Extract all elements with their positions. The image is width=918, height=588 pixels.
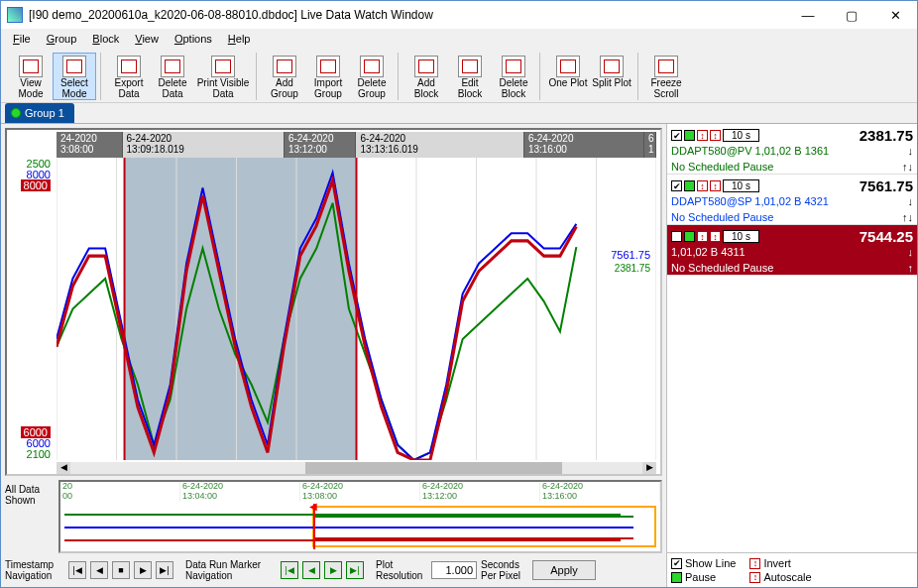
main-chart[interactable]: 24-20203:08:006-24-202013:09:18.0196-24-… bbox=[5, 128, 662, 476]
signal-pause-status: No Scheduled Pause bbox=[671, 211, 773, 223]
menu-view[interactable]: View bbox=[129, 32, 165, 46]
close-button[interactable]: ✕ bbox=[873, 1, 917, 29]
arrow-down-icon[interactable]: ↓ bbox=[908, 246, 914, 258]
chart-time-cell[interactable]: 61 bbox=[644, 132, 656, 158]
mk-next-button[interactable]: ▶ bbox=[324, 561, 342, 579]
pause-checkbox[interactable] bbox=[671, 572, 682, 583]
print-icon bbox=[211, 56, 235, 77]
ts-first-button[interactable]: |◀ bbox=[68, 561, 86, 579]
overview-chart[interactable]: 20006-24-202013:04:006-24-202013:08:006-… bbox=[58, 480, 662, 553]
app-icon bbox=[7, 7, 23, 23]
plot-res-unit: Seconds Per Pixel bbox=[481, 559, 528, 581]
signal-show-checkbox[interactable]: ✔ bbox=[671, 130, 682, 141]
signal-autoscale-checkbox[interactable]: ↕ bbox=[710, 130, 721, 141]
menu-block[interactable]: Block bbox=[86, 32, 125, 46]
marker-value-red: 7561.75 bbox=[611, 249, 650, 261]
mk-last-button[interactable]: ▶| bbox=[346, 561, 364, 579]
signal-show-checkbox[interactable]: ✔ bbox=[671, 231, 682, 242]
autoscale-label: Autoscale bbox=[763, 571, 811, 583]
print-button[interactable]: Print Visible Data bbox=[194, 53, 252, 100]
menu-file[interactable]: File bbox=[7, 32, 37, 46]
signal-pause-status: No Scheduled Pause bbox=[671, 262, 773, 274]
ts-next-button[interactable]: ▶ bbox=[134, 561, 152, 579]
signal-interval[interactable]: 10 s bbox=[723, 179, 759, 192]
signal-invert-checkbox[interactable]: ↕ bbox=[697, 180, 708, 191]
one-plot-button[interactable]: One Plot bbox=[546, 53, 590, 100]
scroll-thumb[interactable] bbox=[305, 462, 563, 474]
overview-marker[interactable]: ◀ bbox=[313, 504, 315, 549]
signal-row[interactable]: ✔↕↕10 s7561.75DDAPT580@SP 1,01,02 B 4321… bbox=[667, 175, 917, 225]
invert-label: Invert bbox=[763, 557, 791, 569]
edit-block-button[interactable]: Edit Block bbox=[448, 53, 492, 100]
signal-show-checkbox[interactable]: ✔ bbox=[671, 180, 682, 191]
menu-help[interactable]: Help bbox=[222, 32, 257, 46]
arrow-up-icon[interactable]: ↑ bbox=[908, 262, 914, 274]
minimize-button[interactable]: — bbox=[786, 1, 830, 29]
marker-value-green: 2381.75 bbox=[615, 263, 650, 274]
export-icon bbox=[117, 56, 141, 77]
delete-data-button[interactable]: Delete Data bbox=[151, 53, 194, 100]
signal-pause-checkbox[interactable] bbox=[684, 180, 695, 191]
signal-value: 2381.75 bbox=[860, 127, 913, 144]
chart-time-cell[interactable]: 6-24-202013:13:16.019 bbox=[356, 132, 523, 158]
view-mode-icon bbox=[19, 56, 43, 77]
chart-time-cell[interactable]: 6-24-202013:16:00 bbox=[524, 132, 644, 158]
signal-interval[interactable]: 10 s bbox=[723, 129, 759, 142]
signal-address: DDAPT580@SP 1,01,02 B 4321 bbox=[671, 195, 829, 207]
plot-res-input[interactable] bbox=[431, 561, 477, 579]
menu-options[interactable]: Options bbox=[169, 32, 218, 46]
signal-invert-checkbox[interactable]: ↕ bbox=[697, 231, 708, 242]
signal-row[interactable]: ✔↕↕10 s2381.75DDAPT580@PV 1,01,02 B 1361… bbox=[667, 124, 917, 175]
signal-invert-checkbox[interactable]: ↕ bbox=[697, 130, 708, 141]
import-group-button[interactable]: Import Group bbox=[306, 53, 350, 100]
chart-time-cell[interactable]: 6-24-202013:12:00 bbox=[285, 132, 357, 158]
arrow-up-icon[interactable]: ↑↓ bbox=[902, 211, 913, 223]
tab-group-1[interactable]: Group 1 bbox=[5, 103, 74, 123]
ts-stop-button[interactable]: ■ bbox=[112, 561, 130, 579]
signal-pause-checkbox[interactable] bbox=[684, 130, 695, 141]
split-plot-button[interactable]: Split Plot bbox=[590, 53, 633, 100]
plot-res-label: Plot Resolution bbox=[376, 559, 427, 581]
axis-top-red: 8000 bbox=[21, 179, 51, 191]
chart-time-cell[interactable]: 24-20203:08:00 bbox=[57, 132, 123, 158]
freeze-scroll-button[interactable]: Freeze Scroll bbox=[644, 53, 688, 100]
edit-block-icon bbox=[458, 56, 482, 77]
view-mode-button[interactable]: View Mode bbox=[9, 53, 53, 100]
arrow-down-icon[interactable]: ↓ bbox=[908, 195, 914, 207]
invert-checkbox[interactable]: ↕ bbox=[749, 558, 760, 569]
chart-scrollbar[interactable]: ◀ ▶ bbox=[57, 462, 656, 474]
menu-group[interactable]: Group bbox=[41, 32, 83, 46]
signal-interval[interactable]: 10 s bbox=[723, 230, 759, 243]
delete-group-button[interactable]: Delete Group bbox=[350, 53, 394, 100]
chart-plot[interactable] bbox=[57, 158, 656, 460]
window-title: [I90 demo_20200610a_k2020-06-08-88010.db… bbox=[29, 8, 786, 22]
arrow-up-icon[interactable]: ↑↓ bbox=[902, 161, 913, 173]
scroll-left-icon[interactable]: ◀ bbox=[57, 462, 70, 474]
scroll-right-icon[interactable]: ▶ bbox=[642, 462, 656, 474]
signal-autoscale-checkbox[interactable]: ↕ bbox=[710, 231, 721, 242]
add-group-button[interactable]: Add Group bbox=[263, 53, 306, 100]
maximize-button[interactable]: ▢ bbox=[830, 1, 873, 29]
arrow-down-icon[interactable]: ↓ bbox=[908, 145, 914, 157]
mk-first-button[interactable]: |◀ bbox=[281, 561, 298, 579]
mk-prev-button[interactable]: ◀ bbox=[302, 561, 320, 579]
signal-autoscale-checkbox[interactable]: ↕ bbox=[710, 180, 721, 191]
autoscale-checkbox[interactable]: ↕ bbox=[749, 572, 760, 583]
signal-pause-checkbox[interactable] bbox=[684, 231, 695, 242]
signal-value: 7561.75 bbox=[860, 177, 913, 194]
overview-tick: 6-24-202013:16:00 bbox=[540, 482, 660, 502]
chart-time-cell[interactable]: 6-24-202013:09:18.019 bbox=[123, 132, 285, 158]
show-line-checkbox[interactable]: ✔ bbox=[671, 558, 682, 569]
split-plot-icon bbox=[600, 56, 624, 77]
ts-prev-button[interactable]: ◀ bbox=[90, 561, 108, 579]
import-group-icon bbox=[316, 56, 340, 77]
apply-button[interactable]: Apply bbox=[532, 560, 596, 580]
show-line-label: Show Line bbox=[685, 557, 736, 569]
export-data-button[interactable]: Export Data bbox=[107, 53, 151, 100]
add-block-button[interactable]: Add Block bbox=[404, 53, 448, 100]
select-mode-button[interactable]: Select Mode bbox=[53, 53, 96, 100]
signal-row[interactable]: ✔↕↕10 s7544.251,01,02 B 4311↓No Schedule… bbox=[667, 225, 917, 276]
delete-block-icon bbox=[502, 56, 525, 77]
delete-block-button[interactable]: Delete Block bbox=[492, 53, 535, 100]
ts-last-button[interactable]: ▶| bbox=[156, 561, 173, 579]
